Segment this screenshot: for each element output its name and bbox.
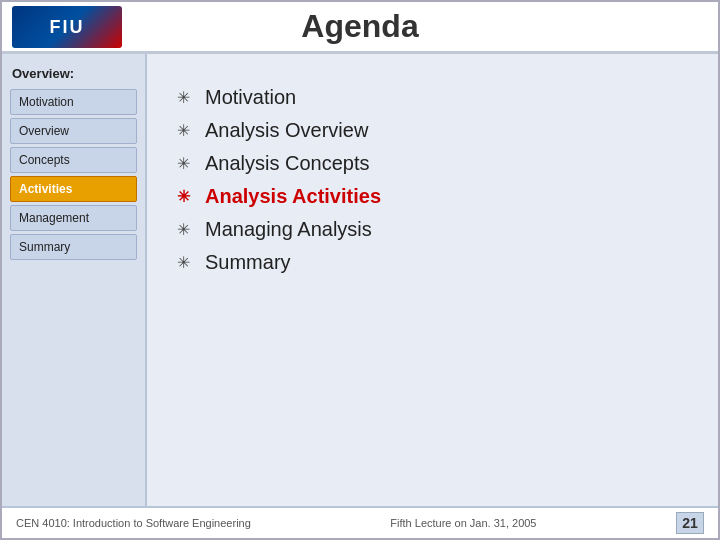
- bullet-icon: ✳: [177, 220, 195, 239]
- agenda-item-text: Analysis Overview: [205, 119, 368, 142]
- agenda-item-text: Motivation: [205, 86, 296, 109]
- agenda-list: ✳ Motivation ✳ Analysis Overview ✳ Analy…: [177, 86, 688, 274]
- slide: FIU Agenda Overview: Motivation Overview…: [0, 0, 720, 540]
- sidebar-heading: Overview:: [10, 66, 137, 81]
- fiu-logo: FIU: [12, 6, 122, 48]
- sidebar-item-overview[interactable]: Overview: [10, 118, 137, 144]
- footer-course: CEN 4010: Introduction to Software Engin…: [16, 517, 251, 529]
- header: FIU Agenda: [2, 2, 718, 54]
- sidebar-item-summary[interactable]: Summary: [10, 234, 137, 260]
- agenda-item-text: Summary: [205, 251, 291, 274]
- bullet-icon: ✳: [177, 253, 195, 272]
- bullet-icon: ✳: [177, 88, 195, 107]
- agenda-item-summary: ✳ Summary: [177, 251, 688, 274]
- page-number: 21: [676, 512, 704, 534]
- main-area: Overview: Motivation Overview Concepts A…: [2, 54, 718, 506]
- agenda-item-text: Analysis Activities: [205, 185, 381, 208]
- sidebar: Overview: Motivation Overview Concepts A…: [2, 54, 147, 506]
- sidebar-item-activities[interactable]: Activities: [10, 176, 137, 202]
- agenda-item-motivation: ✳ Motivation: [177, 86, 688, 109]
- bullet-icon: ✳: [177, 121, 195, 140]
- sidebar-item-concepts[interactable]: Concepts: [10, 147, 137, 173]
- agenda-item-concepts: ✳ Analysis Concepts: [177, 152, 688, 175]
- agenda-item-text: Managing Analysis: [205, 218, 372, 241]
- agenda-item-overview: ✳ Analysis Overview: [177, 119, 688, 142]
- page-title: Agenda: [301, 8, 418, 45]
- footer-lecture: Fifth Lecture on Jan. 31, 2005: [390, 517, 536, 529]
- content-area: ✳ Motivation ✳ Analysis Overview ✳ Analy…: [147, 54, 718, 506]
- agenda-item-activities: ✳ Analysis Activities: [177, 185, 688, 208]
- agenda-item-text: Analysis Concepts: [205, 152, 370, 175]
- sidebar-item-management[interactable]: Management: [10, 205, 137, 231]
- bullet-icon: ✳: [177, 154, 195, 173]
- sidebar-item-motivation[interactable]: Motivation: [10, 89, 137, 115]
- footer: CEN 4010: Introduction to Software Engin…: [2, 506, 718, 538]
- bullet-icon: ✳: [177, 187, 195, 206]
- logo-text: FIU: [50, 17, 85, 38]
- logo-area: FIU: [12, 6, 122, 48]
- agenda-item-management: ✳ Managing Analysis: [177, 218, 688, 241]
